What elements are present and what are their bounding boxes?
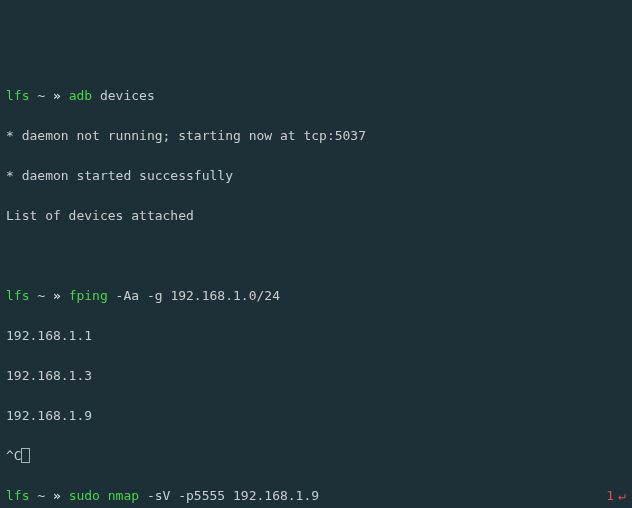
output-line: List of devices attached xyxy=(6,206,626,226)
args-adb: devices xyxy=(100,88,155,103)
prompt-line-2: lfs ~ » fping -Aa -g 192.168.1.0/24 xyxy=(6,286,626,306)
cmd-sudo: sudo xyxy=(69,488,100,503)
prompt-user: lfs xyxy=(6,288,29,303)
ctrl-c-line: ^C xyxy=(6,446,626,466)
prompt-line-3: lfs ~ » sudo nmap -sV -p5555 192.168.1.9… xyxy=(6,486,626,506)
exit-code: 1 xyxy=(606,486,614,506)
output-line: 192.168.1.3 xyxy=(6,366,626,386)
args-nmap: -sV -p5555 192.168.1.9 xyxy=(147,488,319,503)
prompt-arrow: » xyxy=(53,88,61,103)
cmd-nmap: nmap xyxy=(108,488,139,503)
prompt-arrow: » xyxy=(53,288,61,303)
prompt-sep: ~ xyxy=(37,88,45,103)
prompt-user: lfs xyxy=(6,88,29,103)
cursor-icon xyxy=(21,448,30,463)
cmd-fping: fping xyxy=(69,288,108,303)
prompt-line-1: lfs ~ » adb devices xyxy=(6,86,626,106)
args-fping: -Aa -g 192.168.1.0/24 xyxy=(116,288,280,303)
output-line: * daemon not running; starting now at tc… xyxy=(6,126,626,146)
output-line: 192.168.1.1 xyxy=(6,326,626,346)
exit-arrow-icon: ↵ xyxy=(618,486,626,506)
prompt-user: lfs xyxy=(6,488,29,503)
blank-line xyxy=(6,246,626,266)
output-line: * daemon started successfully xyxy=(6,166,626,186)
prompt-sep: ~ xyxy=(37,288,45,303)
prompt-arrow: » xyxy=(53,488,61,503)
cmd-adb: adb xyxy=(69,88,92,103)
ctrl-c: ^C xyxy=(6,448,22,463)
prompt-sep: ~ xyxy=(37,488,45,503)
output-line: 192.168.1.9 xyxy=(6,406,626,426)
